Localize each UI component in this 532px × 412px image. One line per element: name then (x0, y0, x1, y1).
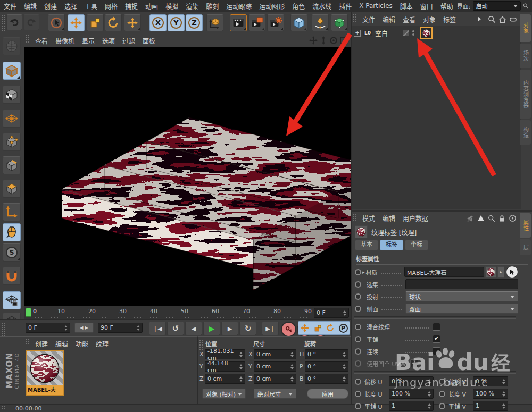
spinner-icon[interactable] (501, 379, 505, 384)
spinner-icon[interactable] (341, 352, 346, 357)
workplane-mode-button[interactable] (3, 110, 21, 128)
render-view-button[interactable] (230, 14, 247, 31)
tab-attributes[interactable]: 属性 (520, 213, 531, 238)
expand-icon[interactable]: + (354, 30, 361, 37)
key-scale-toggle[interactable] (312, 323, 323, 333)
attr-menu-userdata[interactable]: 用户数据 (399, 214, 432, 223)
record-keyframe-button[interactable] (281, 322, 296, 337)
rotation-b-field[interactable]: 0 ° (305, 374, 348, 384)
om-home-icon[interactable] (498, 15, 506, 23)
mix-textures-checkbox[interactable] (433, 323, 440, 331)
menu-mesh[interactable]: 网格 (101, 2, 121, 11)
animation-dot-icon[interactable] (355, 324, 361, 330)
rotation-h-field[interactable]: 0 ° (305, 349, 348, 359)
menu-create[interactable]: 创建 (40, 2, 61, 11)
lock-y-axis-button[interactable]: Y (168, 14, 185, 31)
om-tree[interactable]: + L0 空白 (352, 26, 521, 209)
viewport-canvas[interactable] (24, 47, 351, 306)
add-primitive-cube-button[interactable] (290, 14, 307, 31)
snap-button[interactable]: S (3, 243, 21, 262)
texture-mode-button[interactable] (3, 86, 21, 104)
last-used-tool[interactable] (124, 14, 141, 31)
viewport-drag-handle[interactable] (26, 35, 30, 44)
end-frame-field[interactable]: 90 F (98, 323, 143, 333)
dolly-view-icon[interactable] (319, 36, 328, 45)
attr-menu-mode[interactable]: 模式 (359, 214, 379, 223)
key-parameter-toggle[interactable]: P (338, 323, 348, 333)
size-x-field[interactable]: 0 cm (254, 349, 296, 359)
animation-dot-icon[interactable] (355, 379, 361, 385)
menu-select[interactable]: 选择 (61, 2, 81, 11)
goto-start-button[interactable]: ❘◀ (149, 322, 166, 335)
spinner-icon[interactable] (501, 391, 505, 397)
mat-menu-create[interactable]: 创建 (31, 339, 52, 348)
material-drag-handle[interactable] (26, 339, 30, 346)
coordinate-system-button[interactable] (206, 14, 223, 31)
edges-mode-button[interactable] (3, 156, 21, 174)
offset-v-field[interactable]: 0 % (473, 376, 508, 386)
om-menu-view[interactable]: 查看 (399, 15, 419, 24)
next-frame-button[interactable]: ▶ (221, 322, 238, 335)
magnet-button[interactable] (3, 267, 21, 285)
animation-dot-icon[interactable] (355, 391, 361, 397)
spinner-icon[interactable] (426, 403, 431, 409)
frame-step-button[interactable]: ◀ ▶ (74, 323, 94, 333)
size-z-field[interactable]: 0 cm (254, 374, 296, 384)
redo-button[interactable] (23, 14, 39, 30)
previous-frame-button[interactable]: ◀ (185, 322, 202, 335)
tab-tag[interactable]: 标签 (380, 240, 403, 250)
menu-edit[interactable]: 编辑 (20, 2, 40, 11)
attr-search-icon[interactable] (488, 215, 495, 222)
om-menu-edit[interactable]: 编辑 (379, 15, 399, 24)
key-position-toggle[interactable] (300, 323, 310, 333)
om-drag-handle[interactable] (353, 14, 358, 22)
expand-arrow-icon[interactable]: ▸ (362, 270, 365, 275)
menu-plugins[interactable]: 插件 (335, 2, 355, 11)
menu-file[interactable]: 文件 (0, 2, 20, 11)
material-thumbnail[interactable]: MABEL-大 (26, 350, 64, 396)
vp-menu-options[interactable]: 选项 (98, 36, 119, 45)
menu-help[interactable]: 帮助 (437, 2, 457, 11)
play-backwards-button[interactable]: ↺ (167, 322, 184, 335)
material-flyout-icon[interactable]: ▸ (497, 266, 504, 278)
start-frame-field[interactable]: 0 F (26, 323, 70, 333)
spinner-icon[interactable] (238, 376, 243, 382)
animation-dot-icon[interactable] (355, 306, 361, 312)
attr-drag-handle[interactable] (353, 213, 358, 221)
tab-basic[interactable]: 基本 (355, 240, 378, 250)
scale-tool[interactable] (87, 14, 104, 31)
spinner-icon[interactable] (426, 391, 431, 397)
menu-xparticles[interactable]: X-Particles (355, 2, 396, 10)
menu-mograph[interactable]: 运动图形 (255, 2, 288, 11)
attr-menu-edit[interactable]: 编辑 (379, 214, 399, 223)
interface-select[interactable]: 启动 (473, 1, 521, 11)
render-settings-button[interactable] (267, 14, 284, 31)
animation-dot-icon[interactable] (439, 379, 445, 385)
render-picture-viewer-button[interactable] (248, 14, 265, 31)
polygons-mode-button[interactable] (3, 180, 21, 198)
menu-render[interactable]: 渲染 (182, 2, 202, 11)
tiles-u-field[interactable]: 1 (389, 401, 434, 411)
timeline-playhead[interactable] (26, 308, 31, 317)
play-loop-button[interactable]: ↻ (239, 322, 256, 335)
projection-dropdown[interactable]: 球状 (405, 291, 518, 301)
menu-simulate[interactable]: 模拟 (162, 2, 182, 11)
search-icon[interactable] (523, 2, 529, 10)
length-v-field[interactable]: 100 % (473, 389, 508, 399)
live-selection-tool[interactable] (48, 14, 65, 31)
material-thumb[interactable] (485, 266, 496, 278)
texture-tag-icon[interactable] (420, 27, 433, 39)
vp-menu-cameras[interactable]: 摄像机 (52, 36, 78, 45)
vp-menu-panel[interactable]: 面板 (139, 36, 159, 45)
visibility-toggle-icon[interactable] (403, 30, 409, 36)
animation-dot-icon[interactable] (439, 403, 445, 409)
offset-u-field[interactable]: 0 % (389, 376, 434, 386)
key-rotation-toggle[interactable] (325, 323, 336, 333)
points-mode-button[interactable] (3, 133, 21, 151)
toggle-view-icon[interactable] (339, 36, 348, 45)
history-up-icon[interactable] (477, 215, 485, 222)
editor-render-dots[interactable] (412, 30, 414, 36)
spline-pen-button[interactable] (312, 14, 329, 31)
om-filter-icon[interactable] (509, 15, 517, 23)
animation-dot-icon[interactable] (439, 391, 445, 397)
